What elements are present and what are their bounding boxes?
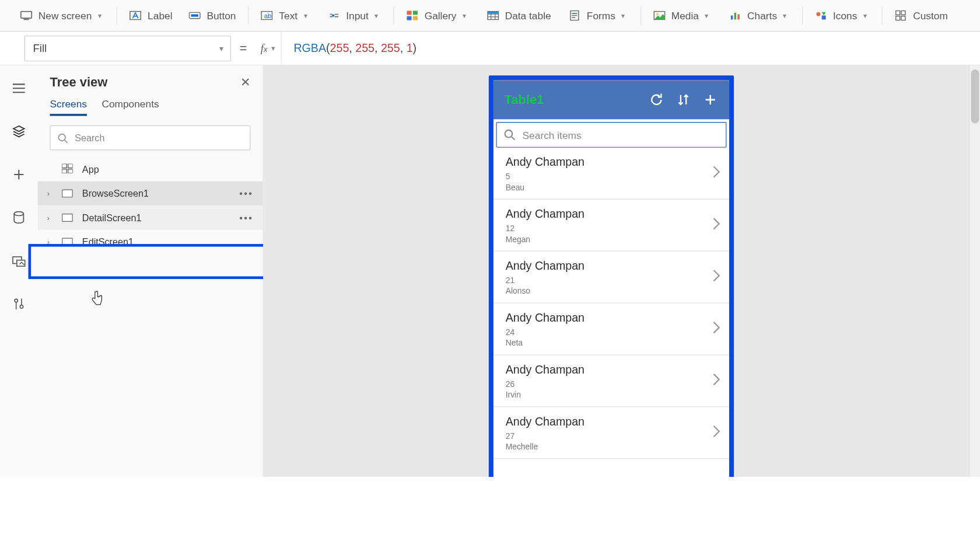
rail-data-button[interactable] — [5, 204, 32, 231]
label-button[interactable]: Label — [124, 4, 178, 27]
rail-treeview-button[interactable] — [5, 118, 32, 145]
list-item-subtitle1: 27 — [506, 431, 720, 441]
new-screen-label: New screen — [38, 10, 92, 22]
button-icon — [188, 9, 201, 22]
input-icon — [328, 9, 340, 22]
chevron-down-icon: ▾ — [98, 12, 105, 19]
svg-point-16 — [656, 13, 658, 15]
button-button[interactable]: Button — [183, 4, 242, 27]
formula-arg-3: 1 — [407, 41, 413, 55]
list-item[interactable]: Andy Champan26Irvin — [494, 355, 729, 407]
tree-search-input[interactable]: Search — [50, 125, 250, 151]
equals-sign: = — [231, 41, 256, 55]
svg-rect-10 — [407, 16, 412, 20]
svg-point-29 — [15, 299, 18, 302]
preview-search-placeholder: Search items — [523, 129, 582, 141]
preview-search-input[interactable]: Search items — [496, 122, 727, 148]
rail-hamburger-button[interactable] — [5, 75, 32, 102]
tree-tabs: Screens Components — [38, 97, 263, 116]
list-item[interactable]: Andy Champan21Alonso — [494, 252, 729, 304]
media-label: Media — [671, 10, 699, 22]
app-icon — [62, 163, 72, 175]
add-icon[interactable] — [697, 86, 724, 113]
list-item-subtitle2: Irvin — [506, 390, 720, 400]
new-screen-button[interactable]: New screen ▾ — [15, 4, 110, 27]
list-item[interactable]: Andy Champan27Mechelle — [494, 407, 729, 459]
input-label: Input — [346, 10, 369, 22]
canvas-area[interactable]: Table1 Search items Andy Cha — [263, 65, 980, 528]
chevron-right-icon — [712, 268, 722, 286]
list-item[interactable]: Andy Champan5Beau — [494, 148, 729, 200]
svg-rect-1 — [23, 19, 29, 20]
ribbon-separator — [640, 6, 641, 25]
chevron-right-icon — [712, 372, 722, 389]
input-button[interactable]: Input ▾ — [323, 4, 387, 27]
svg-rect-24 — [896, 16, 900, 20]
fx-button[interactable]: fx ▾ — [256, 42, 281, 54]
forms-label: Forms — [587, 10, 615, 22]
charts-button[interactable]: Charts ▾ — [724, 4, 796, 27]
formula-arg-2: 255 — [381, 41, 400, 55]
refresh-icon[interactable] — [643, 86, 670, 113]
list-item-subtitle2: Mechelle — [506, 442, 720, 451]
tree-item-browsescreen1[interactable]: › BrowseScreen1 ••• — [38, 182, 263, 206]
close-icon[interactable]: ✕ — [240, 75, 250, 89]
gallery-label: Gallery — [425, 10, 457, 22]
svg-rect-17 — [731, 16, 733, 20]
list-item[interactable]: Andy Champan24Neta — [494, 304, 729, 355]
chevron-right-icon — [712, 217, 722, 234]
chevron-right-icon: › — [47, 189, 57, 197]
svg-rect-19 — [738, 14, 740, 19]
screen-icon — [62, 238, 72, 246]
workarea: Tree view ✕ Screens Components Search › … — [0, 65, 980, 528]
icons-icon — [815, 9, 827, 22]
chevron-down-icon: ▾ — [463, 12, 470, 19]
label-label: Label — [148, 10, 172, 22]
rail-insert-button[interactable] — [5, 161, 32, 188]
list-item-subtitle1: 24 — [506, 327, 720, 337]
custom-button[interactable]: Custom — [890, 4, 953, 27]
gallery-button[interactable]: Gallery ▾ — [401, 4, 474, 27]
svg-point-26 — [14, 212, 23, 216]
text-button[interactable]: ab Text ▾ — [256, 4, 316, 27]
svg-rect-22 — [896, 11, 900, 15]
chevron-right-icon — [712, 424, 722, 441]
rail-media-button[interactable] — [5, 247, 32, 274]
forms-button[interactable]: Forms ▾ — [563, 4, 634, 27]
formula-arg-0: 255 — [330, 41, 349, 55]
tab-screens[interactable]: Screens — [50, 97, 87, 116]
rail-advanced-button[interactable] — [5, 291, 32, 318]
screen-icon — [20, 9, 33, 22]
custom-label: Custom — [913, 10, 948, 22]
list-item[interactable]: Andy Champan12Megan — [494, 200, 729, 252]
more-icon[interactable]: ••• — [239, 188, 253, 198]
media-button[interactable]: Media ▾ — [648, 4, 717, 27]
canvas-scrollbar[interactable] — [970, 65, 980, 528]
sort-icon[interactable] — [670, 86, 697, 113]
icons-label: Icons — [833, 10, 857, 22]
tree-item-editscreen1[interactable]: › EditScreen1 — [38, 230, 263, 254]
formula-input[interactable]: RGBA(255, 255, 255, 1) — [281, 32, 980, 65]
text-label: Text — [279, 10, 298, 22]
svg-rect-23 — [902, 11, 906, 15]
svg-rect-34 — [62, 169, 66, 173]
property-selector[interactable]: Fill ▾ — [24, 36, 231, 61]
tree-item-detailscreen1[interactable]: › DetailScreen1 ••• — [38, 205, 263, 230]
tree-search-placeholder: Search — [75, 132, 104, 143]
tree-item-label: BrowseScreen1 — [82, 188, 149, 198]
icons-button[interactable]: Icons ▾ — [810, 4, 876, 27]
chevron-down-icon: ▾ — [783, 12, 790, 19]
data-table-button[interactable]: Data table — [481, 4, 556, 27]
app-preview[interactable]: Table1 Search items Andy Cha — [489, 75, 734, 496]
list-item-subtitle1: 21 — [506, 276, 720, 285]
label-icon — [130, 9, 142, 22]
chevron-down-icon: ▾ — [621, 12, 628, 19]
chevron-down-icon: ▾ — [271, 44, 275, 53]
list-item-subtitle2: Megan — [506, 235, 720, 244]
tree-item-app[interactable]: › App — [38, 157, 263, 182]
tab-components[interactable]: Components — [102, 97, 159, 116]
insert-ribbon: New screen ▾ Label Button ab Text ▾ — [0, 0, 980, 32]
button-label: Button — [206, 10, 236, 22]
more-icon[interactable]: ••• — [239, 212, 253, 223]
svg-rect-11 — [413, 16, 418, 20]
